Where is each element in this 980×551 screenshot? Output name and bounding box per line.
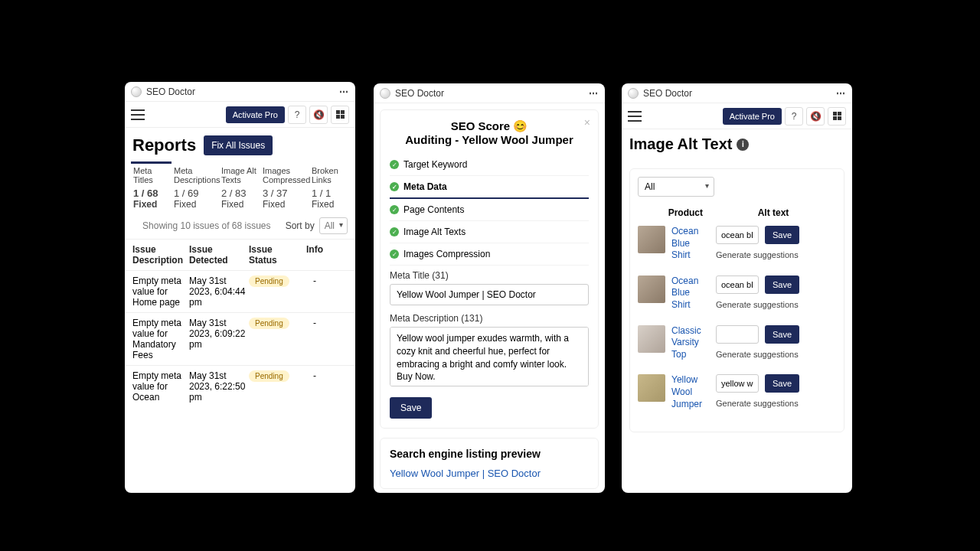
product-link[interactable]: Ocean Blue Shirt [671,226,710,262]
sort-select[interactable]: All [319,217,348,234]
tab-image-alt[interactable]: Image Alt Texts 2 / 83 Fixed [219,161,260,213]
filter-select[interactable]: All [638,177,714,197]
app-icon [380,88,390,99]
more-icon[interactable]: ⋯ [836,88,846,99]
alt-input[interactable] [716,325,759,344]
activate-pro-button[interactable]: Activate Pro [723,108,782,125]
grid-icon[interactable] [828,107,846,126]
product-link[interactable]: Yellow Wool Jumper [671,374,710,410]
product-link[interactable]: Classic Varsity Top [671,325,710,361]
save-button[interactable]: Save [765,276,799,294]
reports-header: Reports Fix All Issues [125,128,355,161]
check-page-contents[interactable]: ✓Page Contents [390,199,589,221]
activate-pro-button[interactable]: Activate Pro [226,106,285,123]
generate-suggestions-link[interactable]: Generate suggestions [716,399,799,408]
fix-all-button[interactable]: Fix All Issues [204,135,273,155]
alt-row: Yellow Wool Jumper Save Generate suggest… [638,374,836,410]
app-icon [131,86,142,97]
col-description: Issue Description [132,244,186,266]
product-link[interactable]: Ocean Blue Shirt [671,276,710,311]
titlebar: SEO Doctor ⋯ [622,83,852,103]
more-icon[interactable]: ⋯ [589,88,599,99]
sort-label: Sort by [286,220,315,231]
alt-input[interactable] [716,226,759,244]
alt-row: Ocean Blue Shirt Save Generate suggestio… [638,276,836,311]
preview-link[interactable]: Yellow Wool Jumper | SEO Doctor [390,468,589,479]
table-row: Empty meta value for Mandatory Fees May … [125,312,355,365]
page-title: Image Alt Text i [629,135,844,153]
reports-panel: SEO Doctor ⋯ Activate Pro ? 🔇 Reports Fi… [125,82,355,493]
product-thumbnail [638,325,665,353]
seo-score-title: SEO Score 😊 [390,119,589,133]
check-image-alt[interactable]: ✓Image Alt Texts [390,221,589,243]
alt-input[interactable] [716,276,759,294]
tab-images-compressed[interactable]: Images Compressed 3 / 37 Fixed [260,161,309,213]
preview-title: Search engine listing preview [390,448,589,460]
meta-desc-input[interactable] [390,327,589,386]
toolbar: Activate Pro ? 🔇 [622,103,852,129]
info-icon[interactable]: i [737,139,749,151]
showing-row: Showing 10 issues of 68 issues Sort by A… [125,213,355,239]
preview-card: Search engine listing preview Yellow Woo… [380,438,599,489]
showing-text: Showing 10 issues of 68 issues [132,220,281,231]
sound-icon[interactable]: 🔇 [806,107,825,126]
sound-icon[interactable]: 🔇 [309,106,328,124]
product-thumbnail [638,276,665,303]
audit-panel: SEO Doctor ⋯ × SEO Score 😊 Auditing - Ye… [374,83,605,493]
save-button[interactable]: Save [765,374,799,393]
status-badge: Pending [249,276,289,287]
alt-row: Ocean Blue Shirt Save Generate suggestio… [638,226,836,262]
alt-text-panel: SEO Doctor ⋯ Activate Pro ? 🔇 Image Alt … [622,83,852,493]
table-row: Empty meta value for Ocean May 31st 2023… [125,365,355,407]
save-button[interactable]: Save [765,226,799,244]
check-icon: ✓ [390,160,399,169]
product-thumbnail [638,226,665,253]
toolbar: Activate Pro ? 🔇 [125,102,355,128]
app-title: SEO Doctor [395,88,584,99]
tab-broken-links[interactable]: Broken Links 1 / 1 Fixed [309,161,348,213]
app-icon [628,88,639,99]
titlebar: SEO Doctor ⋯ [374,83,605,103]
more-icon[interactable]: ⋯ [339,86,349,97]
alt-table-header: Product Alt text [638,207,836,218]
help-icon[interactable]: ? [288,106,306,124]
hamburger-icon[interactable] [628,111,642,122]
generate-suggestions-link[interactable]: Generate suggestions [716,350,799,359]
meta-title-label: Meta Title (31) [390,270,589,281]
grid-icon[interactable] [331,106,349,124]
close-icon[interactable]: × [584,116,590,129]
check-target-keyword[interactable]: ✓Target Keyword [390,154,589,176]
audit-card: × SEO Score 😊 Auditing - Yellow Wool Jum… [380,109,599,429]
save-button[interactable]: Save [390,397,432,419]
col-alt-text: Alt text [710,207,836,218]
check-images-compression[interactable]: ✓Images Compression [390,243,589,266]
table-row: Empty meta value for Home page May 31st … [125,270,355,312]
save-button[interactable]: Save [765,325,799,344]
col-product: Product [638,207,710,218]
audit-subtitle: Auditing - Yellow Wool Jumper [390,133,589,146]
status-badge: Pending [249,370,289,382]
meta-title-input[interactable] [390,284,589,305]
meta-desc-label: Meta Description (131) [390,313,589,324]
titlebar: SEO Doctor ⋯ [125,82,355,102]
check-icon: ✓ [390,227,399,236]
table-header: Issue Description Issue Detected Issue S… [125,239,355,270]
check-icon: ✓ [390,182,399,191]
generate-suggestions-link[interactable]: Generate suggestions [716,300,799,309]
product-thumbnail [638,374,665,402]
generate-suggestions-link[interactable]: Generate suggestions [716,250,799,259]
check-icon: ✓ [390,205,399,214]
app-title: SEO Doctor [146,86,335,97]
hamburger-icon[interactable] [131,109,145,120]
tabs: Meta Titles 1 / 68 Fixed Meta Descriptio… [125,161,355,213]
alt-row: Classic Varsity Top Save Generate sugges… [638,325,836,361]
help-icon[interactable]: ? [785,107,803,126]
check-meta-data[interactable]: ✓Meta Data [390,176,589,199]
check-icon: ✓ [390,249,399,259]
col-info: Info [299,244,330,266]
app-title: SEO Doctor [643,88,831,99]
alt-input[interactable] [716,374,759,393]
tab-meta-descriptions[interactable]: Meta Descriptions 1 / 69 Fixed [172,161,219,213]
col-detected: Issue Detected [186,244,246,266]
tab-meta-titles[interactable]: Meta Titles 1 / 68 Fixed [131,161,172,213]
